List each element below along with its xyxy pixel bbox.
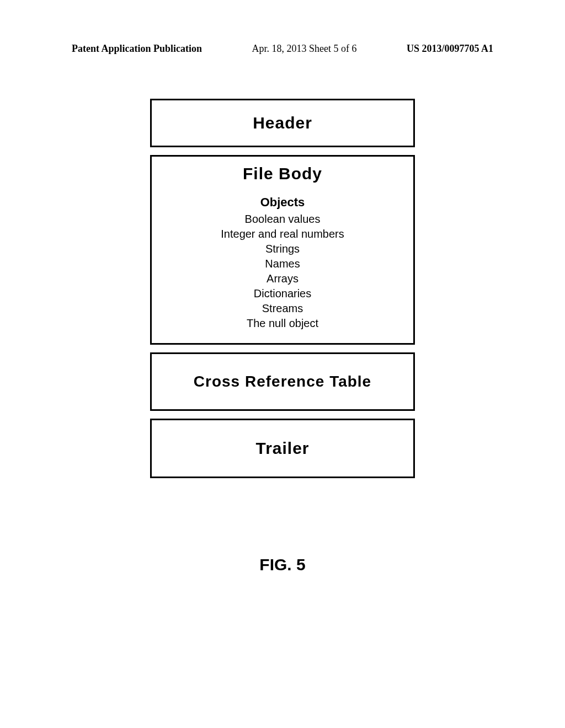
page-header: Patent Application Publication Apr. 18, … — [0, 0, 565, 55]
objects-list: Boolean values Integer and real numbers … — [157, 212, 408, 331]
header-center: Apr. 18, 2013 Sheet 5 of 6 — [252, 43, 357, 55]
object-item: Boolean values — [157, 212, 408, 227]
object-item: Integer and real numbers — [157, 227, 408, 242]
header-box: Header — [150, 99, 415, 147]
object-item: The null object — [157, 316, 408, 331]
header-box-title: Header — [157, 114, 408, 132]
header-right: US 2013/0097705 A1 — [407, 43, 493, 55]
object-item: Strings — [157, 242, 408, 256]
objects-title: Objects — [157, 195, 408, 210]
file-body-box: File Body Objects Boolean values Integer… — [150, 155, 415, 345]
object-item: Dictionaries — [157, 286, 408, 301]
object-item: Arrays — [157, 271, 408, 286]
trailer-box: Trailer — [150, 419, 415, 478]
file-structure-diagram: Header File Body Objects Boolean values … — [150, 99, 415, 478]
object-item: Streams — [157, 301, 408, 316]
trailer-title: Trailer — [157, 439, 408, 458]
figure-caption: FIG. 5 — [0, 555, 565, 574]
file-body-title: File Body — [157, 164, 408, 183]
cross-reference-box: Cross Reference Table — [150, 352, 415, 411]
cross-reference-title: Cross Reference Table — [157, 373, 408, 390]
object-item: Names — [157, 256, 408, 271]
header-left: Patent Application Publication — [72, 43, 202, 55]
